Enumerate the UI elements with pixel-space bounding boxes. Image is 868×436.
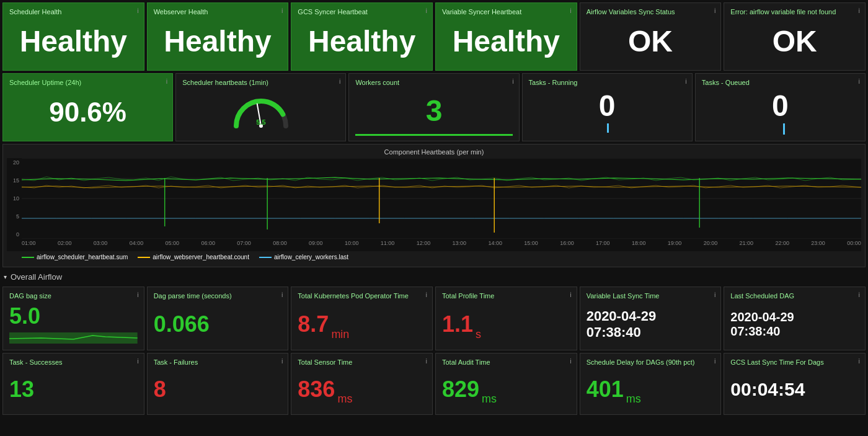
schedule-delay-tile: i Schedule Delay for DAGs (90th pct) 401… <box>580 353 722 415</box>
x-label-00: 00:00 <box>847 240 861 251</box>
audit-tile: i Total Audit Time 829ms <box>435 353 577 415</box>
error-file-title: Error: airflow variable file not found <box>730 8 859 16</box>
x-label-22: 22:00 <box>775 240 789 251</box>
x-label-18: 18:00 <box>632 240 646 251</box>
sensor-title: Total Sensor Time <box>298 358 426 366</box>
info-icon-1[interactable]: i <box>137 7 138 14</box>
info-icon-delay[interactable]: i <box>714 357 715 365</box>
chevron-down-icon[interactable]: ▾ <box>4 274 7 280</box>
tasks-queued-title: Tasks - Queued <box>702 79 859 86</box>
info-icon-sensor[interactable]: i <box>426 357 427 365</box>
profile-title: Total Profile Time <box>442 292 570 300</box>
info-icon-queued[interactable]: i <box>859 78 860 85</box>
info-icon-heartbeats[interactable]: i <box>339 78 340 85</box>
airflow-vars-value: OK <box>587 18 715 65</box>
dashboard: i Scheduler Health Healthy i Webserver H… <box>0 0 868 420</box>
uptime-value: 90.6% <box>9 89 166 136</box>
info-icon-running[interactable]: i <box>685 78 686 85</box>
gcs-sync-tile: i GCS Last Sync Time For Dags 00:04:54 <box>724 353 866 415</box>
info-icon-2[interactable]: i <box>281 7 283 14</box>
k8s-title: Total Kubernetes Pod Operator Time <box>298 292 426 300</box>
svg-rect-3 <box>607 123 609 133</box>
x-label-10: 10:00 <box>345 240 359 251</box>
x-label-09: 09:00 <box>309 240 323 251</box>
var-sync-value: 2020-04-29 07:38:40 <box>587 303 715 345</box>
y-label-20: 20 <box>7 159 20 166</box>
workers-bar <box>355 134 512 136</box>
workers-value: 3 <box>355 89 512 134</box>
y-label-15: 15 <box>7 177 20 184</box>
task-success-tile: i Task - Successes 13 <box>2 353 144 415</box>
gcs-sync-value: 00:04:54 <box>730 370 859 409</box>
y-label-5: 5 <box>7 213 20 220</box>
delay-unit: ms <box>626 393 641 409</box>
info-icon-success[interactable]: i <box>137 357 138 365</box>
scheduler-health-title: Scheduler Health <box>9 8 138 16</box>
airflow-vars-tile: i Airflow Variables Sync Status OK <box>580 2 722 71</box>
chart-title: Component Heartbeats (per min) <box>7 148 861 156</box>
svg-text:5.5: 5.5 <box>256 118 265 126</box>
legend-webserver: airflow_webserver_heartbeat.count <box>138 254 249 260</box>
info-icon-failure[interactable]: i <box>281 357 283 365</box>
legend-line-scheduler <box>22 257 34 258</box>
info-icon-4[interactable]: i <box>570 7 571 14</box>
x-label-19: 19:00 <box>668 240 682 251</box>
y-label-10: 10 <box>7 195 20 202</box>
tasks-queued-tile: i Tasks - Queued 0 <box>695 73 866 141</box>
legend-label-celery: airflow_celery_workers.last <box>274 254 348 260</box>
x-label-12: 12:00 <box>417 240 431 251</box>
bottom-row-1: i DAG bag size 5.0 i Dag parse time (sec… <box>2 287 866 350</box>
info-icon-5[interactable]: i <box>714 7 715 14</box>
tasks-queued-value: 0 <box>702 89 859 123</box>
x-label-03: 03:00 <box>94 240 108 251</box>
svg-rect-4 <box>783 123 785 135</box>
x-label-08: 08:00 <box>273 240 287 251</box>
sensor-value: 836ms <box>298 370 426 409</box>
info-icon-dag-bag[interactable]: i <box>137 291 138 298</box>
x-label-21: 21:00 <box>740 240 754 251</box>
variable-syncer-tile: i Variable Syncer Heartbeat Healthy <box>435 2 577 71</box>
chart-plot-svg <box>22 158 861 239</box>
info-icon-last-dag[interactable]: i <box>859 291 860 298</box>
var-sync-title: Variable Last Sync Time <box>587 292 715 300</box>
workers-title: Workers count <box>355 79 512 86</box>
uptime-tile: i Scheduler Uptime (24h) 90.6% <box>2 73 173 141</box>
y-label-0: 0 <box>7 231 20 238</box>
tasks-running-title: Tasks - Running <box>529 79 686 86</box>
dag-parse-tile: i Dag parse time (seconds) 0.066 <box>147 287 289 350</box>
info-icon-workers[interactable]: i <box>512 78 513 85</box>
dag-bag-chart <box>9 329 138 345</box>
webserver-health-title: Webserver Health <box>154 8 282 16</box>
info-icon-parse[interactable]: i <box>281 291 283 298</box>
sensor-tile: i Total Sensor Time 836ms <box>291 353 433 415</box>
info-icon-gcs-sync[interactable]: i <box>859 357 860 365</box>
chart-section: Component Heartbeats (per min) 20 15 10 … <box>2 144 866 267</box>
info-icon-6[interactable]: i <box>859 7 860 14</box>
task-success-value: 13 <box>9 370 138 409</box>
gauge-container: 5.5 <box>182 89 339 136</box>
var-sync-tile: i Variable Last Sync Time 2020-04-29 07:… <box>580 287 722 350</box>
error-file-value: OK <box>730 18 859 65</box>
info-icon-uptime[interactable]: i <box>166 78 167 85</box>
info-icon-3[interactable]: i <box>426 7 427 14</box>
profile-tile: i Total Profile Time 1.1s <box>435 287 577 350</box>
task-failure-title: Task - Failures <box>154 358 282 366</box>
scheduler-health-tile: i Scheduler Health Healthy <box>2 2 144 71</box>
gcs-syncer-value: Healthy <box>298 18 426 65</box>
x-label-13: 13:00 <box>453 240 467 251</box>
tasks-running-spark <box>607 123 609 136</box>
gcs-sync-title: GCS Last Sync Time For Dags <box>730 358 859 366</box>
legend-celery: airflow_celery_workers.last <box>259 254 348 260</box>
info-icon-var-sync[interactable]: i <box>714 291 715 298</box>
info-icon-audit[interactable]: i <box>570 357 571 365</box>
metrics-row: i Scheduler Uptime (24h) 90.6% i Schedul… <box>2 73 866 141</box>
audit-unit: ms <box>482 393 497 409</box>
info-icon-profile[interactable]: i <box>570 291 571 298</box>
section-header: ▾ Overall Airflow <box>2 270 866 284</box>
legend-line-celery <box>259 257 272 258</box>
x-label-14: 14:00 <box>488 240 502 251</box>
info-icon-k8s[interactable]: i <box>426 291 427 298</box>
top-status-row: i Scheduler Health Healthy i Webserver H… <box>2 2 866 71</box>
chart-area: 20 15 10 5 0 <box>7 158 861 251</box>
error-file-tile: i Error: airflow variable file not found… <box>724 2 866 71</box>
